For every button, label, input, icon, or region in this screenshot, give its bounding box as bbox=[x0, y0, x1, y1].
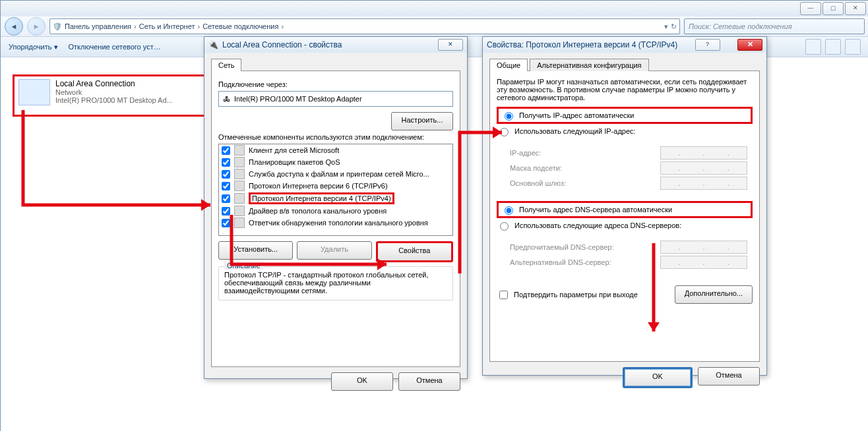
dlg2-titlebar[interactable]: Свойства: Протокол Интернета версии 4 (T… bbox=[483, 37, 766, 53]
window-titlebar: — ▢ ✕ bbox=[1, 1, 868, 16]
view-icon[interactable] bbox=[805, 39, 821, 55]
adapter-field: 🖧 Intel(R) PRO/1000 MT Desktop Adapter bbox=[218, 91, 453, 107]
gateway-label: Основной шлюз: bbox=[510, 179, 566, 187]
dns-pref-field: ... bbox=[660, 241, 747, 254]
control-panel-icon: 🛡️ bbox=[53, 22, 62, 31]
crumb-2[interactable]: Сеть и Интернет bbox=[139, 22, 195, 30]
mask-label: Маска подсети: bbox=[510, 164, 562, 172]
desc-title: Описание bbox=[224, 262, 263, 270]
gateway-field: ... bbox=[660, 177, 747, 190]
components-list[interactable]: Клиент для сетей Microsoft Планировщик п… bbox=[218, 144, 453, 236]
help-icon[interactable] bbox=[845, 39, 861, 55]
ipv6-icon bbox=[234, 181, 245, 191]
install-button[interactable]: Установить... bbox=[218, 241, 293, 260]
ip-addr-field: ... bbox=[660, 146, 747, 159]
connection-properties-dialog: 🔌 Local Area Connection - свойства ✕ Сет… bbox=[204, 36, 468, 379]
connect-using-label: Подключение через: bbox=[218, 80, 453, 88]
ipv4-icon bbox=[234, 193, 245, 204]
validate-row[interactable]: Подтвердить параметры при выходе bbox=[497, 289, 638, 301]
fileshare-icon bbox=[234, 169, 245, 179]
dlg2-cancel[interactable]: Отмена bbox=[698, 367, 760, 386]
dlg1-cancel[interactable]: Отмена bbox=[398, 372, 460, 391]
qos-icon bbox=[234, 157, 245, 167]
search-input[interactable]: Поиск: Сетевые подключения bbox=[684, 18, 865, 34]
nic-small-icon: 🔌 bbox=[208, 40, 218, 49]
crumb-1[interactable]: Панель управления bbox=[65, 22, 131, 30]
description-text: Протокол TCP/IP - стандартный протокол г… bbox=[224, 271, 447, 295]
lltd-icon bbox=[234, 206, 245, 216]
refresh-icon[interactable]: ↻ bbox=[671, 22, 677, 31]
dlg2-close[interactable]: ✕ bbox=[737, 39, 762, 51]
dlg2-help[interactable]: ? bbox=[695, 39, 720, 51]
comp-check[interactable] bbox=[222, 182, 230, 190]
dlg1-ok[interactable]: OK bbox=[331, 372, 393, 391]
ip-manual-radio[interactable] bbox=[500, 128, 509, 136]
advanced-button[interactable]: Дополнительно... bbox=[675, 285, 753, 304]
nav-bar: ◄ ► 🛡️ Панель управления › Сеть и Интерн… bbox=[1, 16, 868, 37]
comp-check[interactable] bbox=[222, 207, 230, 216]
view2-icon[interactable] bbox=[825, 39, 841, 55]
comp-row: Служба доступа к файлам и принтерам сете… bbox=[219, 168, 452, 180]
dns-manual-row: Использовать следующие адреса DNS-сервер… bbox=[497, 220, 753, 231]
ip-auto-row: Получить IP-адрес автоматически bbox=[497, 107, 753, 124]
comp-check[interactable] bbox=[222, 194, 230, 203]
client-icon bbox=[234, 145, 245, 156]
tab-general[interactable]: Общие bbox=[489, 59, 528, 71]
nav-back[interactable]: ◄ bbox=[5, 17, 23, 36]
maximize-button[interactable]: ▢ bbox=[822, 2, 844, 15]
dns-pref-label: Предпочитаемый DNS-сервер: bbox=[510, 243, 613, 251]
comp-row: Клиент для сетей Microsoft bbox=[219, 144, 452, 156]
ip-addr-label: IP-адрес: bbox=[510, 149, 541, 157]
dns-manual-radio[interactable] bbox=[500, 222, 509, 231]
addr-dropdown-icon[interactable]: ▾ bbox=[664, 22, 668, 31]
organize-menu[interactable]: Упорядочить ▾ bbox=[9, 43, 58, 51]
dlg1-titlebar[interactable]: 🔌 Local Area Connection - свойства ✕ bbox=[204, 37, 467, 53]
comp-check[interactable] bbox=[222, 146, 230, 155]
connection-network: Network bbox=[55, 88, 173, 96]
dns-alt-label: Альтернативный DNS-сервер: bbox=[510, 258, 611, 266]
comp-row: Протокол Интернета версии 6 (TCP/IPv6) bbox=[219, 180, 452, 192]
connection-name: Local Area Connection bbox=[55, 79, 173, 88]
properties-button[interactable]: Свойства bbox=[376, 241, 453, 262]
validate-checkbox[interactable] bbox=[499, 291, 508, 299]
adapter-icon: 🖧 bbox=[223, 95, 230, 103]
tab-network[interactable]: Сеть bbox=[211, 59, 241, 71]
ipv4-properties-dialog: Свойства: Протокол Интернета версии 4 (T… bbox=[482, 36, 767, 376]
comp-check[interactable] bbox=[222, 170, 230, 179]
dlg2-ok[interactable]: OK bbox=[623, 367, 693, 388]
connection-adapter: Intel(R) PRO/1000 MT Desktop Ad... bbox=[55, 96, 173, 104]
comp-row: Драйвер в/в тополога канального уровня bbox=[219, 205, 452, 217]
tab-alt-config[interactable]: Альтернативная конфигурация bbox=[530, 59, 648, 71]
components-label: Отмеченные компоненты используются этим … bbox=[218, 133, 453, 141]
dlg1-close[interactable]: ✕ bbox=[438, 39, 463, 51]
ip-auto-radio[interactable] bbox=[505, 112, 513, 121]
configure-button[interactable]: Настроить... bbox=[391, 112, 453, 130]
mask-field: ... bbox=[660, 161, 747, 175]
explorer-window: — ▢ ✕ ◄ ► 🛡️ Панель управления › Сеть и … bbox=[0, 0, 868, 431]
close-button[interactable]: ✕ bbox=[845, 2, 866, 15]
nic-icon bbox=[18, 79, 50, 105]
address-bar[interactable]: 🛡️ Панель управления › Сеть и Интернет ›… bbox=[49, 18, 680, 34]
dns-auto-radio[interactable] bbox=[505, 206, 513, 215]
nav-forward: ► bbox=[27, 17, 46, 36]
ip-manual-row: Использовать следующий IP-адрес: bbox=[497, 126, 753, 136]
comp-row: Ответчик обнаружения топологии канальног… bbox=[219, 217, 452, 229]
comp-row-ipv4: Протокол Интернета версии 4 (TCP/IPv4) bbox=[219, 192, 452, 205]
comp-check[interactable] bbox=[222, 219, 230, 227]
dlg2-title: Свойства: Протокол Интернета версии 4 (T… bbox=[487, 40, 677, 49]
connection-item[interactable]: Local Area Connection Network Intel(R) P… bbox=[13, 74, 216, 117]
disable-device[interactable]: Отключение сетевого уст… bbox=[69, 43, 161, 51]
dns-auto-row: Получить адрес DNS-сервера автоматически bbox=[497, 201, 753, 218]
adapter-name: Intel(R) PRO/1000 MT Desktop Adapter bbox=[234, 95, 362, 103]
ipv4-intro: Параметры IP могут назначаться автоматич… bbox=[497, 78, 753, 101]
comp-check[interactable] bbox=[222, 158, 230, 167]
uninstall-button: Удалить bbox=[297, 241, 371, 260]
comp-row: Планировщик пакетов QoS bbox=[219, 156, 452, 168]
minimize-button[interactable]: — bbox=[800, 2, 821, 15]
dns-alt-field: ... bbox=[660, 256, 747, 269]
dlg1-title: Local Area Connection - свойства bbox=[222, 40, 342, 49]
crumb-3[interactable]: Сетевые подключения bbox=[202, 22, 278, 30]
responder-icon bbox=[234, 217, 245, 228]
